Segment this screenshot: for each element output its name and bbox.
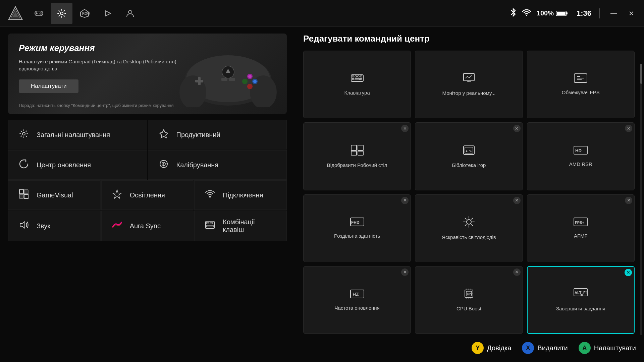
cmd-card-kill-task[interactable]: ✕ ALT F4 Завершити завдання bbox=[527, 266, 635, 334]
delete-label: Видалити bbox=[537, 344, 568, 352]
menu-item-gamevisual[interactable]: GameVisual bbox=[8, 180, 101, 210]
menu-label-general: Загальні налаштування bbox=[37, 131, 110, 139]
main-content: Режим керування Налаштуйте режими Gamepa… bbox=[0, 27, 644, 362]
resolution-icon: FHD bbox=[350, 217, 365, 229]
cmd-card-brightness[interactable]: ✕ Яскравість світлодіодів bbox=[415, 194, 523, 262]
cmd-card-amd-rsr[interactable]: ✕ HD AMD RSR bbox=[527, 122, 635, 190]
nav-item-media[interactable] bbox=[97, 3, 118, 24]
settings-icon bbox=[18, 128, 30, 141]
svg-point-10 bbox=[60, 12, 63, 15]
cmd-card-desktop[interactable]: ✕ Відобразити Робочий стіл bbox=[303, 122, 411, 190]
connection-icon bbox=[204, 190, 216, 201]
svg-point-27 bbox=[242, 79, 248, 84]
cmd-card-game-library[interactable]: ✕ Бібліотека ігор bbox=[415, 122, 523, 190]
menu-item-general[interactable]: Загальні налаштування bbox=[8, 120, 147, 149]
amd-rsr-icon: HD bbox=[573, 145, 588, 158]
close-cpu-boost-button[interactable]: ✕ bbox=[513, 268, 521, 276]
menu-item-update[interactable]: Центр оновлення bbox=[8, 150, 147, 180]
menu-item-sound[interactable]: Звук bbox=[8, 210, 101, 241]
menu-item-productive[interactable]: Продуктивний bbox=[148, 120, 287, 149]
cmd-card-cpu-boost[interactable]: ✕ CPU CPU Boost bbox=[415, 266, 523, 334]
banner-content: Режим керування Налаштуйте режими Gamepa… bbox=[19, 43, 186, 93]
svg-text:FHD: FHD bbox=[351, 220, 360, 225]
configure-button[interactable]: A Налаштувати bbox=[579, 342, 636, 354]
close-game-library-button[interactable]: ✕ bbox=[513, 125, 521, 132]
svg-marker-47 bbox=[113, 190, 121, 198]
svg-point-7 bbox=[42, 13, 43, 14]
close-kill-task-button[interactable]: ✕ bbox=[625, 269, 632, 276]
close-resolution-button[interactable]: ✕ bbox=[401, 197, 409, 204]
banner-tip: Порада: натисніть кнопку "Командний цент… bbox=[19, 103, 174, 108]
close-desktop-button[interactable]: ✕ bbox=[401, 125, 409, 132]
svg-rect-61 bbox=[360, 78, 362, 80]
svg-point-82 bbox=[467, 220, 471, 224]
cpu-boost-icon: CPU bbox=[462, 288, 476, 302]
cmd-card-resolution[interactable]: ✕ FHD Роздільна здатність bbox=[303, 194, 411, 262]
delete-circle: X bbox=[522, 342, 534, 354]
menu-label-sound: Звук bbox=[37, 222, 50, 230]
menu-item-calibrate[interactable]: Калібрування bbox=[148, 150, 287, 180]
lighting-icon bbox=[111, 189, 123, 201]
hotkeys-icon bbox=[204, 221, 216, 232]
svg-text:ROG: ROG bbox=[82, 12, 90, 15]
menu-item-lighting[interactable]: Освітлення bbox=[101, 180, 194, 210]
menu-label-calibrate: Калібрування bbox=[176, 161, 219, 169]
aurasync-icon bbox=[111, 221, 123, 231]
scrollbar-track[interactable] bbox=[640, 64, 642, 335]
svg-rect-30 bbox=[229, 78, 235, 81]
kill-task-icon: ALT F4 bbox=[573, 288, 588, 302]
keyboard-icon bbox=[351, 73, 364, 86]
svg-rect-56 bbox=[355, 76, 357, 77]
cpu-boost-label: CPU Boost bbox=[457, 305, 481, 312]
game-library-icon bbox=[462, 144, 476, 159]
svg-rect-58 bbox=[360, 76, 362, 77]
banner-configure-button[interactable]: Налаштувати bbox=[19, 79, 78, 93]
close-brightness-button[interactable]: ✕ bbox=[513, 197, 521, 204]
cmd-card-afmf[interactable]: ✕ FPS+ AFMF bbox=[527, 194, 635, 262]
close-afmf-button[interactable]: ✕ bbox=[625, 197, 632, 204]
close-button[interactable]: ✕ bbox=[625, 7, 637, 19]
svg-point-76 bbox=[469, 150, 470, 151]
logo-icon[interactable] bbox=[7, 5, 24, 22]
minimize-button[interactable]: — bbox=[608, 7, 620, 19]
cmd-card-keyboard[interactable]: ✕ Клавіатура bbox=[303, 51, 411, 118]
cmd-card-monitor[interactable]: ✕ Монітор у реальному... bbox=[415, 51, 523, 118]
menu-item-aurasync[interactable]: Aura Sync bbox=[101, 210, 194, 241]
menu-item-hotkeys[interactable]: Комбінації клавіш bbox=[194, 210, 287, 241]
close-amd-rsr-button[interactable]: ✕ bbox=[625, 125, 632, 132]
svg-point-34 bbox=[253, 80, 257, 83]
nav-item-rog[interactable]: ROG bbox=[74, 3, 95, 24]
scrollbar-thumb[interactable] bbox=[640, 64, 642, 84]
svg-point-9 bbox=[41, 14, 42, 15]
svg-marker-49 bbox=[20, 222, 25, 228]
productive-icon bbox=[158, 128, 170, 141]
cmd-card-fps-limiter[interactable]: ✕ Обмежувач FPS bbox=[527, 51, 635, 118]
topbar: ROG bbox=[0, 0, 644, 27]
cmd-card-freq[interactable]: ✕ HZ Частота оновлення bbox=[303, 266, 411, 334]
right-panel-title: Редагувати командний центр bbox=[303, 34, 636, 44]
nav-item-settings[interactable] bbox=[51, 3, 72, 24]
svg-point-14 bbox=[128, 10, 132, 14]
svg-point-48 bbox=[209, 196, 211, 197]
nav-item-gamepad[interactable] bbox=[28, 3, 50, 24]
nav-item-profile[interactable] bbox=[119, 3, 141, 24]
menu-item-connection[interactable]: Підключення bbox=[194, 180, 287, 210]
svg-marker-46 bbox=[24, 194, 28, 198]
menu-grid-bottom: GameVisual Освітлення bbox=[8, 180, 287, 241]
brightness-icon bbox=[463, 216, 475, 231]
action-bar: Y Довідка X Видалити A Налаштувати bbox=[303, 337, 636, 355]
close-freq-button[interactable]: ✕ bbox=[401, 268, 409, 276]
keyboard-label: Клавіатура bbox=[344, 89, 370, 96]
system-time: 1:36 bbox=[577, 9, 591, 18]
battery-indicator: 100% bbox=[537, 9, 568, 17]
help-circle: Y bbox=[472, 342, 484, 354]
monitor-icon bbox=[462, 72, 476, 86]
svg-rect-55 bbox=[352, 76, 354, 77]
menu-grid-main: Загальні налаштування Продуктивний Це bbox=[8, 120, 287, 180]
help-button[interactable]: Y Довідка bbox=[472, 342, 511, 354]
svg-text:F4: F4 bbox=[583, 291, 588, 295]
delete-button[interactable]: X Видалити bbox=[522, 342, 568, 354]
svg-rect-70 bbox=[358, 145, 363, 150]
banner-description: Налаштуйте режими Gamepad (Геймпад) та D… bbox=[19, 58, 186, 72]
left-panel: Режим керування Налаштуйте режими Gamepa… bbox=[0, 27, 295, 362]
